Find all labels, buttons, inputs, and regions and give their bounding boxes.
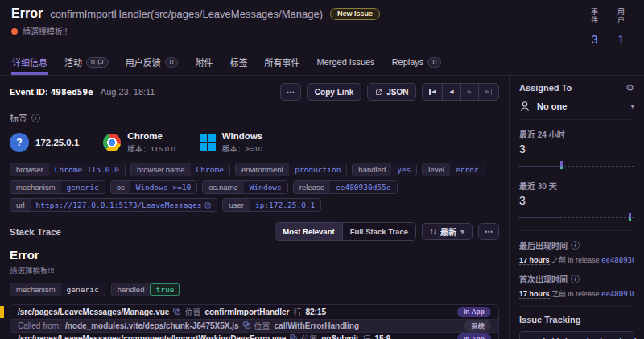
event-bar: Event ID: 498ed59e Aug 23, 18:11 ⋯ Copy … bbox=[10, 83, 499, 101]
tag-pill-mechanism[interactable]: mechanismgeneric bbox=[10, 180, 105, 194]
info-icon[interactable]: i bbox=[31, 114, 40, 122]
system-badge: 系统 bbox=[464, 320, 491, 332]
in-app-badge: In App bbox=[457, 307, 491, 317]
tab-user-feedback-count: 0 bbox=[165, 57, 179, 68]
comment-icon bbox=[97, 59, 104, 65]
last-30d-value: 3 bbox=[519, 194, 634, 207]
event-more-button[interactable]: ⋯ bbox=[280, 83, 301, 101]
tags-section-label: 标签 i bbox=[10, 111, 499, 124]
person-icon bbox=[519, 101, 530, 112]
event-nav-group: ◀ ◀ ▶ ▶ bbox=[422, 83, 499, 101]
tag-pill-os[interactable]: osWindows >=10 bbox=[110, 180, 198, 194]
handled-pill: handledtrue bbox=[111, 283, 181, 296]
tag-pill-browser[interactable]: browserChrome 115.0.0 bbox=[10, 163, 126, 176]
tag-pill-browser-name[interactable]: browser.nameChrome bbox=[130, 163, 230, 176]
first-seen-label: 首次出现时间 i bbox=[519, 273, 634, 285]
oldest-event-button[interactable]: ◀ bbox=[422, 83, 443, 101]
context-user[interactable]: ? 172.25.0.1 bbox=[10, 131, 79, 154]
in-app-badge: In App bbox=[457, 333, 491, 339]
copy-link-button[interactable]: Copy Link bbox=[307, 83, 361, 101]
info-icon[interactable]: i bbox=[571, 241, 580, 250]
stack-frame[interactable]: Called from: /node_modules/.vite/deps/ch… bbox=[10, 319, 498, 333]
tag-pill-level[interactable]: levelerror bbox=[422, 163, 485, 176]
tag-pill-environment[interactable]: environmentproduction bbox=[235, 163, 347, 176]
context-os[interactable]: Windows 版本：>=10 bbox=[200, 131, 262, 154]
tag-pill-release[interactable]: releaseee480930d55e bbox=[293, 180, 398, 194]
issue-level-title: Error bbox=[11, 6, 43, 21]
gear-icon[interactable]: ⚙ bbox=[625, 82, 634, 93]
tag-pill-url[interactable]: urlhttps://127.0.0.1:5173/LeaveMessages bbox=[10, 198, 217, 212]
first-seen-time[interactable]: 17 hours bbox=[519, 290, 550, 299]
assignee-value: No one bbox=[537, 101, 567, 111]
chevron-down-icon: ▾ bbox=[460, 227, 464, 236]
most-relevant-button[interactable]: Most Relevant bbox=[275, 223, 341, 240]
tab-merged-issues[interactable]: Merged Issues bbox=[316, 53, 375, 75]
events-count-stat: 事件 3 bbox=[589, 8, 600, 46]
context-summary: ? 172.25.0.1 Chrome 版本：115.0.0 Windows 版… bbox=[10, 131, 499, 154]
issue-stats: 事件 3 用户 1 bbox=[581, 6, 644, 46]
events-count-value[interactable]: 3 bbox=[592, 33, 598, 46]
last-seen-label: 最后出现时间 i bbox=[519, 239, 634, 251]
last-seen-value: 17 hours 之前 in release ee480930d55e bbox=[519, 254, 634, 265]
context-os-name: Windows bbox=[222, 131, 262, 141]
first-seen-release-link[interactable]: ee480930d55e bbox=[601, 290, 634, 298]
frequency-section: 最近 24 小时 3 最近 30 天 3 bbox=[519, 128, 634, 231]
older-event-button[interactable]: ◀ bbox=[442, 83, 460, 101]
platform-marker-icon bbox=[0, 306, 4, 318]
last-24h-label: 最近 24 小时 bbox=[519, 128, 634, 140]
copy-icon[interactable] bbox=[290, 334, 297, 339]
last-seen-time[interactable]: 17 hours bbox=[519, 256, 550, 265]
context-os-version: 版本：>=10 bbox=[222, 143, 262, 154]
context-user-ip: 172.25.0.1 bbox=[35, 138, 79, 147]
mechanism-pill: mechanismgeneric bbox=[10, 283, 105, 296]
users-count-label: 用户 bbox=[616, 8, 626, 29]
main-column: Event ID: 498ed59e Aug 23, 18:11 ⋯ Copy … bbox=[0, 76, 509, 339]
tag-pill-handled[interactable]: handledyes bbox=[352, 163, 417, 176]
tab-replays[interactable]: Replays0 bbox=[391, 53, 442, 75]
tab-details[interactable]: 详细信息 bbox=[11, 53, 48, 75]
tab-tags[interactable]: 标签 bbox=[229, 53, 248, 75]
first-seen-value: 17 hours 之前 in release ee480930d55e bbox=[519, 288, 634, 299]
info-icon[interactable]: i bbox=[571, 275, 580, 283]
issue-tracking-label: Issue Tracking bbox=[519, 315, 634, 325]
issue-culprit: confirmImportHandler(src/pages/LeaveMess… bbox=[50, 8, 323, 20]
copy-icon[interactable] bbox=[243, 321, 250, 330]
tab-replays-count: 0 bbox=[427, 57, 441, 68]
tab-all-events[interactable]: 所有事件 bbox=[263, 53, 300, 75]
sparkline-30d bbox=[519, 213, 634, 223]
copy-icon[interactable] bbox=[173, 308, 180, 316]
exception-message: 請選擇模板!!! bbox=[10, 264, 499, 275]
assignee-selector[interactable]: No one ▾ bbox=[519, 101, 634, 112]
event-date-link[interactable]: Aug 23, 18:11 bbox=[101, 87, 155, 97]
newer-event-button[interactable]: ▶ bbox=[460, 83, 479, 101]
sidebar: Assigned To ⚙ No one ▾ 最近 24 小时 3 最近 30 … bbox=[509, 76, 644, 339]
windows-icon bbox=[200, 134, 216, 151]
stack-sort-button[interactable]: ↑↓ 最新 ▾ bbox=[422, 223, 473, 240]
last-seen-release-link[interactable]: ee480930d55e bbox=[601, 256, 634, 264]
tag-pill-os-name[interactable]: os.nameWindows bbox=[202, 180, 287, 194]
newest-event-button[interactable]: ▶ bbox=[478, 83, 499, 101]
event-id-value: 498ed59e bbox=[51, 87, 93, 97]
tag-pills: browserChrome 115.0.0 browser.nameChrome… bbox=[10, 163, 499, 212]
users-count-stat: 用户 1 bbox=[616, 8, 626, 46]
full-stack-trace-button[interactable]: Full Stack Trace bbox=[342, 223, 415, 240]
chevron-down-icon: ▾ bbox=[630, 102, 634, 110]
tab-user-feedback[interactable]: 用户反馈0 bbox=[125, 53, 180, 75]
external-link-icon bbox=[375, 89, 382, 96]
track-issue-button[interactable]: Track this issue in Jira, GitHub, etc. › bbox=[519, 331, 634, 339]
context-browser[interactable]: Chrome 版本：115.0.0 bbox=[103, 131, 175, 154]
users-count-value[interactable]: 1 bbox=[618, 33, 625, 46]
stack-more-button[interactable]: ⋯ bbox=[478, 223, 499, 240]
tab-attachments[interactable]: 附件 bbox=[194, 53, 213, 75]
tab-activity[interactable]: 活动 0 bbox=[64, 53, 109, 75]
sparkline-24h bbox=[519, 161, 634, 172]
stack-frame[interactable]: /src/pages/LeaveMessages/Manage.vue 位置 c… bbox=[10, 305, 498, 319]
seen-section: 最后出现时间 i 17 hours 之前 in release ee480930… bbox=[519, 239, 634, 307]
stack-frame[interactable]: /src/pages/LeaveMessages/components/Impo… bbox=[10, 332, 498, 339]
json-button[interactable]: JSON bbox=[367, 83, 416, 101]
assigned-to-label: Assigned To bbox=[519, 83, 572, 93]
tag-pill-user[interactable]: userip:172.25.0.1 bbox=[222, 198, 321, 212]
chrome-icon bbox=[103, 134, 121, 151]
context-browser-name: Chrome bbox=[127, 131, 175, 141]
stack-frames: /src/pages/LeaveMessages/Manage.vue 位置 c… bbox=[10, 304, 499, 339]
